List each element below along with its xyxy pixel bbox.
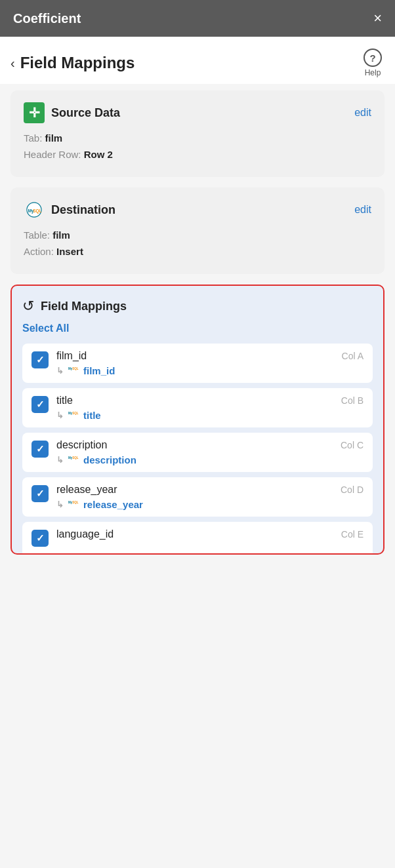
content-area: ✛ Source Data edit Tab: film Header Row:… — [0, 84, 395, 868]
destination-action-value: Insert — [56, 246, 83, 257]
source-tab-label: Tab: — [24, 132, 42, 144]
checkbox-film-id[interactable]: ✓ — [31, 351, 49, 368]
destination-title-row: My SQL Destination — [24, 199, 115, 220]
checkbox-language-id[interactable]: ✓ — [31, 530, 49, 547]
dest-value-film-id: film_id — [83, 365, 115, 376]
mapping-row: ✓ film_id Col A ↳ My SQL film_id — [22, 344, 373, 383]
help-label: Help — [365, 68, 381, 77]
field-name-release-year: release_year — [56, 484, 117, 496]
mapping-dest-release-year: ↳ My SQL release_year — [56, 498, 364, 510]
mapping-row: ✓ title Col B ↳ My SQL title — [22, 388, 373, 427]
col-label-release-year: Col D — [341, 484, 364, 495]
mapping-content-film-id: film_id Col A ↳ My SQL film_id — [56, 350, 364, 376]
mapping-row: ✓ description Col C ↳ My SQL description — [22, 433, 373, 472]
dest-value-release-year: release_year — [83, 499, 143, 510]
source-edit-button[interactable]: edit — [354, 107, 371, 119]
source-card-header: ✛ Source Data edit — [24, 102, 371, 123]
mapping-row: ✓ release_year Col D ↳ My SQL release_ye… — [22, 477, 373, 517]
col-label-language-id: Col E — [341, 529, 364, 540]
mapping-dest-description: ↳ My SQL description — [56, 454, 364, 465]
destination-table-value: film — [52, 229, 70, 241]
col-label-film-id: Col A — [342, 351, 364, 361]
mapping-top-film-id: film_id Col A — [56, 350, 364, 362]
checkbox-release-year[interactable]: ✓ — [31, 485, 49, 502]
checkbox-title[interactable]: ✓ — [31, 396, 49, 413]
mapping-top-release-year: release_year Col D — [56, 484, 364, 496]
mapping-content-language-id: language_id Col E — [56, 528, 364, 540]
mapping-dest-title: ↳ My SQL title — [56, 409, 364, 421]
mapping-top-description: description Col C — [56, 439, 364, 451]
source-icon: ✛ — [24, 102, 45, 123]
mapping-row-partial: ✓ language_id Col E — [22, 522, 373, 553]
source-title-row: ✛ Source Data — [24, 102, 120, 123]
svg-text:SQL: SQL — [72, 367, 79, 370]
help-icon: ? — [364, 49, 382, 67]
col-label-title: Col B — [341, 395, 364, 406]
mapping-top-language-id: language_id Col E — [56, 528, 364, 540]
source-tab-row: Tab: film — [24, 132, 371, 144]
field-mappings-title: Field Mappings — [41, 300, 127, 313]
mapping-content-title: title Col B ↳ My SQL title — [56, 395, 364, 421]
destination-card: My SQL Destination edit Table: film Acti… — [10, 187, 385, 274]
dest-value-description: description — [83, 454, 136, 465]
checkbox-description[interactable]: ✓ — [31, 441, 49, 458]
mapping-dest-film-id: ↳ My SQL film_id — [56, 365, 364, 376]
field-mappings-card: ↺ Field Mappings Select All ✓ film_id Co… — [10, 285, 385, 555]
source-header-value: Row 2 — [84, 149, 113, 160]
source-tab-value: film — [45, 132, 63, 144]
destination-edit-button[interactable]: edit — [354, 204, 371, 216]
destination-card-header: My SQL Destination edit — [24, 199, 371, 220]
field-name-language-id: language_id — [56, 528, 114, 540]
mysql-mini-icon-release-year: My SQL — [68, 498, 80, 510]
destination-table-row: Table: film — [24, 229, 371, 241]
source-header-label: Header Row: — [24, 149, 81, 160]
field-mappings-header: ↺ Field Mappings — [22, 298, 373, 315]
help-button[interactable]: ? Help — [364, 49, 382, 77]
mysql-mini-icon-title: My SQL — [68, 409, 80, 421]
sync-icon: ↺ — [22, 298, 34, 315]
mapping-content-description: description Col C ↳ My SQL description — [56, 439, 364, 465]
mapping-content-release-year: release_year Col D ↳ My SQL release_year — [56, 484, 364, 510]
mapping-top-title: title Col B — [56, 395, 364, 406]
field-name-title: title — [56, 395, 73, 406]
destination-action-label: Action: — [24, 246, 54, 257]
page-title: Field Mappings — [20, 54, 135, 72]
svg-text:SQL: SQL — [33, 208, 41, 214]
field-name-film-id: film_id — [56, 350, 87, 362]
svg-text:SQL: SQL — [72, 501, 79, 504]
dest-value-title: title — [83, 410, 101, 421]
mysql-mini-icon-description: My SQL — [68, 454, 80, 465]
svg-text:SQL: SQL — [72, 412, 79, 415]
app-title: Coefficient — [13, 11, 81, 26]
nav-row: ‹ Field Mappings ? Help — [0, 37, 395, 84]
mysql-icon: My SQL — [24, 199, 45, 220]
svg-text:SQL: SQL — [72, 456, 79, 460]
back-button[interactable]: ‹ — [10, 56, 15, 71]
nav-left: ‹ Field Mappings — [10, 54, 135, 72]
source-card-title: Source Data — [51, 106, 120, 120]
close-button[interactable]: × — [373, 11, 382, 26]
destination-action-row: Action: Insert — [24, 246, 371, 257]
destination-card-title: Destination — [51, 203, 115, 217]
source-data-card: ✛ Source Data edit Tab: film Header Row:… — [10, 90, 385, 177]
col-label-description: Col C — [341, 440, 364, 450]
app-header: Coefficient × — [0, 0, 395, 37]
destination-table-label: Table: — [24, 229, 50, 241]
source-header-row: Header Row: Row 2 — [24, 149, 371, 160]
field-name-description: description — [56, 439, 107, 451]
select-all-button[interactable]: Select All — [22, 323, 69, 334]
mysql-mini-icon-film-id: My SQL — [68, 365, 80, 376]
